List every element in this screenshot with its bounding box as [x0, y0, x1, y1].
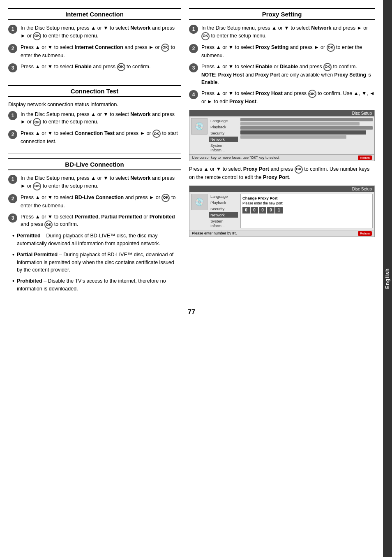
page: English Internet Connection 1 In the Dis… [0, 0, 392, 557]
proxy-step-1: 1 In the Disc Setup menu, press ▲ or ▼ t… [189, 24, 375, 40]
disc-setup-footer: Use cursor key to move focus, use "OK" k… [189, 154, 374, 161]
proxy-port-menu-items: Language Playback Security Network Syste… [209, 194, 238, 228]
proxy-setting-title: Proxy Setting [189, 8, 375, 20]
proxy-step-4-text: Press ▲ or ▼ to select Proxy Host and pr… [201, 90, 375, 106]
proxy-step-4: 4 Press ▲ or ▼ to select Proxy Host and … [189, 90, 375, 106]
internet-connection-section: Internet Connection 1 In the Disc Setup … [8, 8, 181, 72]
proxy-port-content: Change Proxy Port Please enter the new p… [240, 194, 373, 228]
conn-step-1: 1 In the Disc Setup menu, press ▲ or ▼ t… [8, 111, 181, 127]
proxy-port-header: Disc Setup [189, 186, 374, 192]
proxy-port-digits: 0 0 0 0 1 [242, 207, 371, 214]
side-tab: English [383, 0, 392, 557]
proxy-step-2: 2 Press ▲ or ▼ to select Proxy Setting a… [189, 44, 375, 60]
bdlive-title: BD-Live Connection [8, 158, 181, 170]
menu-item-network: Network [209, 137, 238, 142]
bdlive-step-2-num: 2 [8, 194, 17, 203]
content-row-1 [240, 118, 373, 121]
divider-1 [8, 80, 181, 80]
internet-step-3: 3 Press ▲ or ▼ to select Enable and pres… [8, 63, 181, 72]
conn-step-1-text: In the Disc Setup menu, press ▲ or ▼ to … [21, 111, 181, 127]
bullet-partial-text: Partial Permitted – During playback of B… [17, 251, 181, 274]
two-col-layout: Internet Connection 1 In the Disc Setup … [8, 8, 375, 300]
conn-step-1-num: 1 [8, 111, 17, 120]
pp-menu-playback: Playback [209, 200, 238, 205]
internet-step-1-num: 1 [8, 25, 17, 34]
digit-3: 0 [267, 207, 274, 214]
proxy-step-2-text: Press ▲ or ▼ to select Proxy Setting and… [201, 44, 375, 60]
digit-2: 0 [259, 207, 266, 214]
pp-menu-security: Security [209, 206, 238, 211]
content-row-4 [240, 135, 346, 139]
connection-test-section: Connection Test Display network connecti… [8, 85, 181, 146]
digit-4: 1 [275, 207, 283, 214]
proxy-step-1-num: 1 [189, 25, 198, 34]
connection-test-subtitle: Display network connection status inform… [8, 101, 181, 107]
bdlive-bullets: Permitted – During playback of BD-LIVE™ … [8, 232, 181, 292]
bullet-prohibited: Prohibited – Disable the TV's access to … [12, 277, 181, 293]
disc-setup-body: 💿 Language Playback Security Network Sys… [189, 116, 374, 154]
main-content: Internet Connection 1 In the Disc Setup … [0, 0, 383, 557]
pp-menu-language: Language [209, 194, 238, 199]
digit-1: 0 [251, 207, 258, 214]
bullet-partial-permitted: Partial Permitted – During playback of B… [12, 251, 181, 274]
conn-step-2-text: Press ▲ or ▼ to select Connection Test a… [21, 130, 181, 146]
proxy-port-mockup: Disc Setup 💿 Language Playback Security … [189, 186, 375, 237]
bullet-prohibited-text: Prohibited – Disable the TV's access to … [17, 277, 181, 293]
bdlive-step-1: 1 In the Disc Setup menu, press ▲ or ▼ t… [8, 174, 181, 190]
proxy-step-1-text: In the Disc Setup menu, press ▲ or ▼ to … [201, 24, 375, 40]
internet-step-1: 1 In the Disc Setup menu, press ▲ or ▼ t… [8, 24, 181, 40]
proxy-port-enter-label: Please enter the new port: [242, 201, 371, 205]
internet-step-2-text: Press ▲ or ▼ to select Internet Connecti… [21, 44, 181, 60]
proxy-port-icon: 💿 [191, 194, 208, 210]
bdlive-step-1-text: In the Disc Setup menu, press ▲ or ▼ to … [21, 174, 181, 190]
pp-menu-system: System Inform... [209, 218, 238, 228]
proxy-port-change-label: Change Proxy Port [242, 196, 371, 200]
proxy-port-return-button[interactable]: Return [358, 231, 372, 236]
proxy-port-body: 💿 Language Playback Security Network Sys… [189, 192, 374, 230]
content-row-3 [240, 126, 373, 130]
disc-setup-mockup: Disc Setup 💿 Language Playback Security … [189, 110, 375, 161]
disc-setup-footer-text: Use cursor key to move focus, use "OK" k… [192, 155, 279, 160]
proxy-port-inner: Language Playback Security Network Syste… [209, 194, 373, 228]
disc-setup-menu-items: Language Playback Security Network Syste… [209, 118, 238, 153]
bdlive-step-3-num: 3 [8, 214, 17, 223]
return-button[interactable]: Return [358, 155, 372, 160]
bullet-permitted-text: Permitted – During playback of BD-LIVE™ … [17, 232, 181, 248]
bdlive-section: BD-Live Connection 1 In the Disc Setup m… [8, 158, 181, 293]
proxy-step-2-num: 2 [189, 44, 198, 53]
internet-step-3-num: 3 [8, 63, 17, 72]
internet-step-2: 2 Press ▲ or ▼ to select Internet Connec… [8, 44, 181, 60]
bdlive-step-1-num: 1 [8, 175, 17, 184]
bdlive-step-3: 3 Press ▲ or ▼ to select Permitted, Part… [8, 213, 181, 229]
menu-item-playback: Playback [209, 124, 238, 130]
content-row-2 [240, 122, 360, 125]
internet-step-2-num: 2 [8, 44, 17, 53]
bdlive-step-3-text: Press ▲ or ▼ to select Permitted, Partia… [21, 213, 181, 229]
disc-setup-menu: Language Playback Security Network Syste… [209, 118, 373, 153]
side-tab-label: English [385, 268, 390, 289]
proxy-step-4-num: 4 [189, 90, 198, 99]
disc-setup-header: Disc Setup [189, 110, 374, 116]
proxy-step-3-num: 3 [189, 63, 198, 72]
right-column: Proxy Setting 1 In the Disc Setup menu, … [189, 8, 375, 300]
disc-setup-icon: 💿 [191, 118, 208, 135]
proxy-port-text: Press ▲ or ▼ to select Proxy Port and pr… [189, 165, 375, 181]
digit-0: 0 [242, 207, 250, 214]
left-column: Internet Connection 1 In the Disc Setup … [8, 8, 181, 300]
menu-item-language: Language [209, 118, 238, 123]
internet-connection-title: Internet Connection [8, 8, 181, 20]
conn-step-2-num: 2 [8, 130, 17, 139]
menu-item-system: System Inform... [209, 143, 238, 153]
proxy-setting-section: Proxy Setting 1 In the Disc Setup menu, … [189, 8, 375, 237]
page-number: 77 [8, 309, 375, 316]
bullet-permitted: Permitted – During playback of BD-LIVE™ … [12, 232, 181, 248]
connection-test-title: Connection Test [8, 85, 181, 97]
conn-step-2: 2 Press ▲ or ▼ to select Connection Test… [8, 130, 181, 146]
divider-2 [8, 153, 181, 153]
content-row-active [240, 130, 366, 135]
internet-step-1-text: In the Disc Setup menu, press ▲ or ▼ to … [21, 24, 181, 40]
pp-menu-network: Network [209, 212, 238, 218]
proxy-step-3: 3 Press ▲ or ▼ to select Enable or Disab… [189, 63, 375, 87]
bdlive-step-2: 2 Press ▲ or ▼ to select BD-Live Connect… [8, 194, 181, 210]
internet-step-3-text: Press ▲ or ▼ to select Enable and press … [21, 63, 150, 71]
